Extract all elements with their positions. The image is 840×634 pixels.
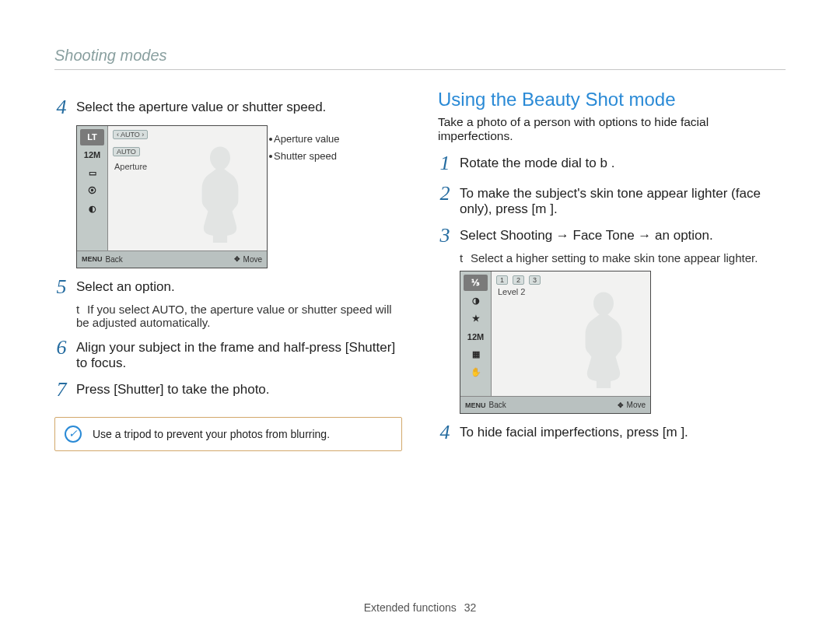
level-pill: 3 (529, 275, 541, 285)
sidebar-icon: 12M (464, 328, 488, 345)
annotation-aperture-value: Aperture value (274, 133, 340, 145)
step-7: 7 Press [Shutter] to take the photo. (54, 379, 402, 401)
section-header: Shooting modes (54, 47, 786, 70)
step-4: 4 Select the aperture value or shutter s… (54, 96, 402, 119)
auto-pill: AUTO (113, 147, 140, 156)
screen-sidebar: LT 12M ▭ ⦿ ◐ (77, 126, 108, 250)
camera-screen-aperture: LT 12M ▭ ⦿ ◐ ‹ AUTO › AUTO Aperture (76, 125, 268, 268)
screen-canvas: ‹ AUTO › AUTO Aperture (108, 126, 267, 250)
footer-text: Extended functions (364, 601, 457, 614)
step-number: 4 (54, 96, 68, 119)
step-number: 2 (438, 183, 452, 217)
step-6: 6 Align your subject in the frame and ha… (54, 337, 402, 371)
level-pill: 2 (513, 275, 524, 285)
move-icon: ✥ (234, 255, 240, 263)
screen-sidebar: ⅓ ◑ ★ 12M ▦ ✋ (460, 271, 492, 396)
person-silhouette-icon (189, 145, 251, 246)
step-r2: 2 To make the subject's skin tone appear… (438, 183, 786, 217)
step-number: 6 (54, 337, 68, 371)
person-silhouette-icon (572, 290, 635, 391)
step-text: Press [Shutter] to take the photo. (76, 379, 270, 401)
camera-screen-beauty: ⅓ ◑ ★ 12M ▦ ✋ 1 2 3 (460, 271, 651, 414)
step-r3-subnote: tSelect a higher setting to make skin to… (460, 251, 786, 264)
tip-box: ✓ Use a tripod to prevent your photos fr… (54, 417, 402, 451)
beauty-shot-intro: Take a photo of a person with options to… (438, 115, 786, 143)
page-footer: Extended functions 32 (0, 601, 840, 614)
step-r4: 4 To hide facial imperfections, press [m… (438, 422, 786, 444)
tip-text: Use a tripod to prevent your photos from… (93, 428, 330, 440)
step-number: 1 (438, 152, 452, 175)
annotation-shutter-speed: Shutter speed (274, 150, 337, 162)
sidebar-icon: ◐ (80, 201, 104, 217)
menu-icon: MENU (82, 255, 103, 263)
sidebar-icon: 12M (80, 147, 104, 163)
step-number: 4 (438, 422, 452, 444)
level-label: Level 2 (498, 287, 525, 296)
step-text: Rotate the mode dial to b . (460, 152, 614, 175)
sidebar-icon: ◑ (464, 292, 488, 309)
screen-footer: MENU Back ✥ Move (77, 250, 267, 268)
move-icon: ✥ (618, 401, 624, 409)
beauty-shot-heading: Using the Beauty Shot mode (438, 89, 786, 110)
step-text: Select Shooting → Face Tone → an option. (460, 225, 713, 247)
menu-icon: MENU (465, 401, 486, 409)
step-number: 5 (54, 276, 68, 299)
footer-back: Back (489, 401, 506, 409)
auto-pill: ‹ AUTO › (113, 130, 148, 139)
step-r1: 1 Rotate the mode dial to b . (438, 152, 786, 175)
aperture-label: Aperture (114, 162, 147, 171)
sidebar-icon: ⅓ (464, 275, 488, 291)
step-text: Align your subject in the frame and half… (76, 337, 402, 371)
step-text: Select the aperture value or shutter spe… (76, 96, 326, 119)
step-r3: 3 Select Shooting → Face Tone → an optio… (438, 225, 786, 247)
footer-move: Move (243, 255, 262, 264)
level-pill: 1 (496, 275, 508, 285)
footer-move: Move (627, 401, 646, 409)
step-5: 5 Select an option. (54, 276, 402, 299)
info-icon: ✓ (65, 426, 82, 443)
footer-back: Back (106, 255, 123, 264)
right-column: Using the Beauty Shot mode Take a photo … (438, 89, 786, 451)
sidebar-icon: LT (80, 129, 104, 145)
step-number: 3 (438, 225, 452, 247)
step-text: Select an option. (76, 276, 175, 299)
left-column: 4 Select the aperture value or shutter s… (54, 89, 402, 451)
sidebar-icon: ✋ (464, 364, 488, 380)
page-number: 32 (464, 601, 477, 614)
step-number: 7 (54, 379, 68, 401)
sidebar-icon: ★ (464, 310, 488, 327)
sidebar-icon: ▭ (80, 165, 104, 181)
step-text: To hide facial imperfections, press [m ]… (460, 422, 688, 444)
aperture-screen-wrap: LT 12M ▭ ⦿ ◐ ‹ AUTO › AUTO Aperture (54, 125, 402, 268)
screen-footer: MENU Back ✥ Move (460, 396, 650, 413)
sidebar-icon: ⦿ (80, 183, 104, 199)
sidebar-icon: ▦ (464, 346, 488, 363)
screen-canvas: 1 2 3 Level 2 (492, 271, 650, 396)
step-5-subnote: tIf you select AUTO, the aperture value … (76, 303, 402, 329)
step-text: To make the subject's skin tone appear l… (460, 183, 786, 217)
